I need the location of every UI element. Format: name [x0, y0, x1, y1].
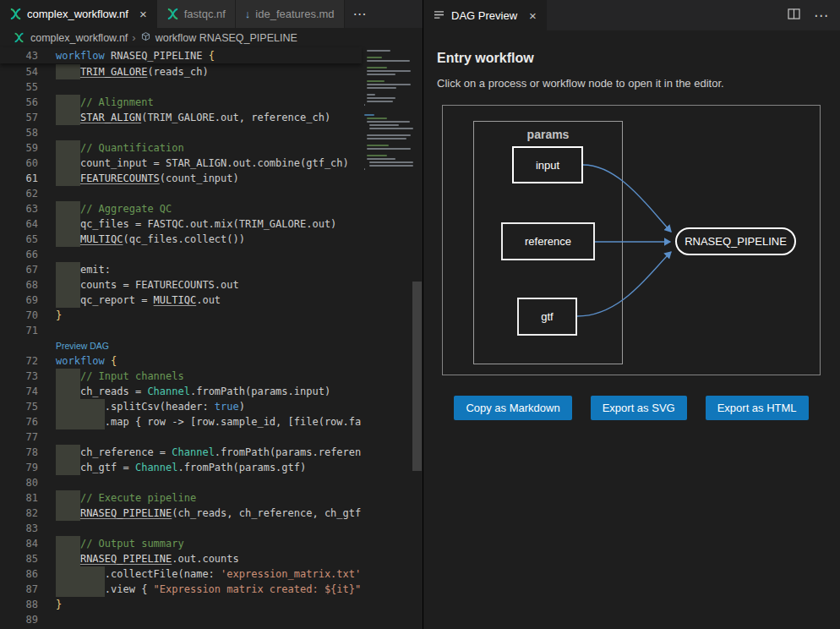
code-line[interactable]: 77	[0, 429, 362, 445]
nextflow-icon	[166, 8, 179, 20]
minimap-line	[367, 67, 387, 68]
minimap-line	[369, 128, 413, 129]
tab-fastqc[interactable]: fastqc.nf	[157, 0, 236, 28]
tab-complex-workflow[interactable]: complex_workflow.nf ×	[0, 0, 157, 28]
code-line[interactable]: 67 emit:	[0, 262, 362, 277]
minimap-line	[369, 161, 413, 163]
minimap-line	[367, 97, 395, 99]
dag-diagram: params input reference gtf RNASEQ_PIPELI…	[442, 105, 821, 375]
code-line[interactable]: 63 // Aggregate QC	[0, 201, 362, 216]
close-icon[interactable]: ×	[139, 8, 147, 20]
close-icon[interactable]: ×	[529, 8, 537, 23]
code-lines: 54 TRIM_GALORE(reads_ch)5556 // Alignmen…	[0, 64, 362, 629]
sticky-line-number: 43	[0, 50, 38, 62]
code-line[interactable]: 70}	[0, 308, 362, 323]
code-line[interactable]: 65 MULTIQC(qc_files.collect())	[0, 232, 362, 247]
code-line[interactable]: 74 ch_reads = Channel.fromPath(params.in…	[0, 384, 362, 399]
minimap-line	[367, 80, 385, 82]
minimap-line	[367, 84, 411, 85]
minimap-line	[367, 138, 406, 139]
code-line[interactable]: 78 ch_reference = Channel.fromPath(param…	[0, 445, 362, 460]
minimap-line	[367, 148, 411, 150]
code-line[interactable]: 81 // Execute pipeline	[0, 490, 362, 506]
minimap-line	[367, 121, 410, 123]
code-line[interactable]: 87 .view { "Expression matrix created: $…	[0, 582, 362, 597]
code-line[interactable]: 57 STAR_ALIGN(TRIM_GALORE.out, reference…	[0, 110, 362, 125]
code-line[interactable]: 85 RNASEQ_PIPELINE.out.counts	[0, 551, 362, 566]
tab-dag-preview[interactable]: DAG Preview ×	[423, 0, 547, 30]
scrollbar-thumb[interactable]	[412, 282, 422, 471]
split-editor-icon[interactable]	[788, 8, 800, 23]
breadcrumb-symbol[interactable]: workflow RNASEQ_PIPELINE	[140, 31, 297, 45]
minimap[interactable]	[362, 47, 412, 629]
minimap-line	[369, 165, 413, 167]
dag-node-input[interactable]: input	[512, 146, 583, 183]
code-line[interactable]: 75 .splitCsv(header: true)	[0, 399, 362, 414]
dag-node-reference[interactable]: reference	[501, 222, 595, 260]
chevron-right-icon: ›	[132, 31, 135, 44]
code-line[interactable]: 71	[0, 323, 362, 338]
code-line[interactable]: 64 qc_files = FASTQC.out.mix(TRIM_GALORE…	[0, 216, 362, 232]
tab-ide-features[interactable]: ↓ ide_features.md	[236, 0, 345, 28]
code-line[interactable]: 56 // Alignment	[0, 95, 362, 110]
nextflow-icon	[14, 32, 26, 43]
code-line[interactable]: 86 .collectFile(name: 'expression_matrix…	[0, 566, 362, 582]
code-line[interactable]: 58	[0, 125, 362, 140]
code-line[interactable]: 54 TRIM_GALORE(reads_ch)	[0, 64, 362, 79]
code-line[interactable]: 88}	[0, 597, 362, 612]
breadcrumb: complex_workflow.nf › workflow RNASEQ_PI…	[0, 28, 423, 47]
panel-actions: ⋯	[788, 0, 840, 30]
editor-tabbar: complex_workflow.nf × fastqc.nf ↓ ide_fe…	[0, 0, 423, 28]
export-as-html-button[interactable]: Export as HTML	[706, 396, 809, 420]
dag-node-gtf[interactable]: gtf	[517, 298, 577, 336]
code-line[interactable]: 80	[0, 475, 362, 490]
code-line[interactable]: 59 // Quantification	[0, 140, 362, 156]
minimap-line	[367, 60, 410, 62]
minimap-line	[367, 101, 392, 102]
export-as-svg-button[interactable]: Export as SVG	[591, 396, 687, 420]
code-line[interactable]: 60 count_input = STAR_ALIGN.out.combine(…	[0, 156, 362, 171]
dag-preview-panel: DAG Preview × ⋯ Entry workflow Click on …	[423, 0, 840, 629]
code-line[interactable]: 82 RNASEQ_PIPELINE(ch_reads, ch_referenc…	[0, 506, 362, 521]
sticky-line[interactable]: 43 workflow RNASEQ_PIPELINE {	[0, 47, 362, 63]
code-line[interactable]: 72workflow {	[0, 353, 362, 369]
tab-overflow-button[interactable]: ⋯	[345, 0, 375, 28]
minimap-line	[364, 114, 374, 116]
tab-label: complex_workflow.nf	[27, 8, 128, 20]
breadcrumb-file[interactable]: complex_workflow.nf	[14, 32, 128, 44]
minimap-line	[367, 158, 395, 160]
panel-description: Click on a process or workflow node to o…	[437, 77, 826, 90]
editor-scrollbar[interactable]	[412, 47, 423, 629]
code-line[interactable]: 55	[0, 79, 362, 95]
code-line[interactable]: 69 qc_report = MULTIQC.out	[0, 293, 362, 308]
symbol-workflow-icon	[140, 31, 151, 45]
copy-as-markdown-button[interactable]: Copy as Markdown	[454, 396, 571, 420]
minimap-line	[367, 70, 411, 72]
editor-group: complex_workflow.nf × fastqc.nf ↓ ide_fe…	[0, 0, 423, 629]
minimap-line	[367, 155, 387, 156]
code-line[interactable]: 84 // Output summary	[0, 536, 362, 551]
minimap-line	[367, 134, 411, 136]
dag-node-rnaseq-pipeline[interactable]: RNASEQ_PIPELINE	[675, 227, 796, 255]
code-line[interactable]: 61 FEATURECOUNTS(count_input)	[0, 171, 362, 186]
minimap-line	[364, 168, 365, 170]
minimap-line	[369, 124, 398, 126]
code-line[interactable]: 73 // Input channels	[0, 369, 362, 384]
breadcrumb-symbol-label: workflow RNASEQ_PIPELINE	[155, 32, 297, 44]
minimap-line	[367, 87, 396, 89]
breadcrumb-file-label: complex_workflow.nf	[30, 32, 128, 44]
code-line[interactable]: 89	[0, 612, 362, 627]
minimap-line	[367, 50, 390, 52]
more-actions-icon[interactable]: ⋯	[814, 7, 828, 25]
code-line[interactable]: 62	[0, 186, 362, 201]
markdown-icon: ↓	[245, 8, 251, 20]
nextflow-icon	[9, 8, 22, 20]
code-line[interactable]: 66	[0, 247, 362, 262]
code-line[interactable]: 79 ch_gtf = Channel.fromPath(params.gtf)	[0, 460, 362, 475]
minimap-line	[367, 145, 389, 146]
code-line[interactable]: 68 counts = FEATURECOUNTS.out	[0, 277, 362, 293]
panel-header: DAG Preview × ⋯	[423, 0, 840, 30]
code-line[interactable]: 76 .map { row -> [row.sample_id, [file(r…	[0, 414, 362, 429]
code-line[interactable]: 83	[0, 521, 362, 536]
codelens-preview-dag[interactable]: Preview DAG	[0, 338, 362, 353]
